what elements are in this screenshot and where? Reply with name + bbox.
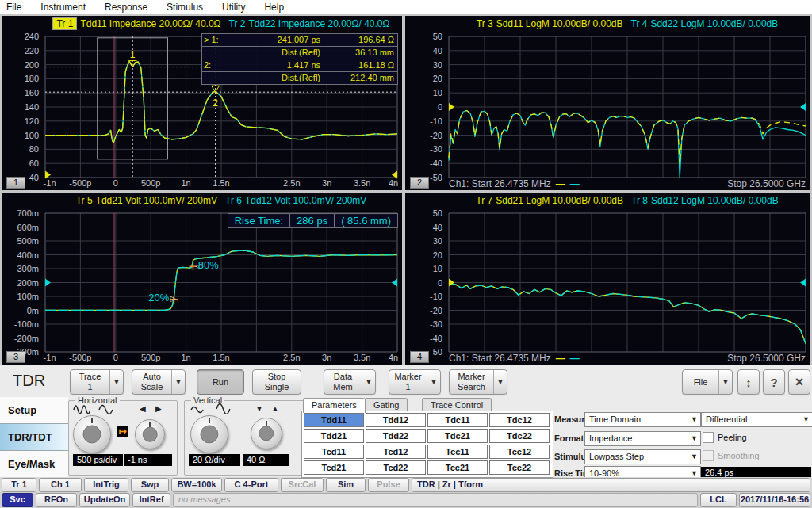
svg-text:80%: 80% <box>198 259 219 271</box>
return-loss-plot[interactable] <box>449 36 806 178</box>
position-left-icon[interactable]: ◀ <box>140 404 146 413</box>
tab-trace-control[interactable]: Trace Control <box>422 398 492 411</box>
status-bandwidth[interactable]: BW=100k <box>171 478 222 492</box>
smoothing-checkbox[interactable]: Smoothing <box>703 450 760 461</box>
matrix-cell[interactable]: Tdd12 <box>366 413 426 427</box>
trace6-badge[interactable]: Tr 6 <box>225 195 242 206</box>
matrix-cell[interactable]: Tdc22 <box>489 429 550 443</box>
chevron-down-icon[interactable]: ▼ <box>171 370 185 394</box>
tab-tdr-tdt[interactable]: TDR/TDT <box>0 424 68 451</box>
tdr-control-panel: Setup TDR/TDT Eye/Mask Horizontal ◀ ▶ ↦ … <box>0 397 812 477</box>
close-icon[interactable]: × <box>788 369 810 395</box>
menu-instrument[interactable]: Instrument <box>31 2 95 13</box>
matrix-cell[interactable]: Tdd22 <box>366 429 426 443</box>
tab-parameters[interactable]: Parameters <box>303 398 366 413</box>
horizontal-scale-knob[interactable] <box>73 415 111 453</box>
matrix-cell[interactable]: Tcc21 <box>427 460 488 475</box>
marker-button[interactable]: Marker 1▼ <box>389 369 441 395</box>
position-up-icon[interactable]: ▲ <box>271 404 279 413</box>
status-cal[interactable]: C 4-Port <box>224 478 278 492</box>
vertical-position-knob[interactable] <box>251 418 282 449</box>
tab-setup[interactable]: Setup <box>0 397 68 424</box>
matrix-cell[interactable]: Tcd12 <box>366 445 426 459</box>
trace-header-4[interactable]: Tr 7Sdd21 LogM 10.00dB/ 0.00dBTr 8Sdd12 … <box>449 195 806 207</box>
tab-gating[interactable]: Gating <box>365 398 408 411</box>
tab-eye-mask[interactable]: Eye/Mask <box>0 451 68 477</box>
trace-select-button[interactable]: Trace 1▼ <box>70 369 124 395</box>
status-int-ref[interactable]: IntRef <box>132 493 170 507</box>
menu-utility[interactable]: Utility <box>213 2 255 13</box>
tick-label: 0 <box>113 178 118 188</box>
tick-label: -30 <box>430 145 442 153</box>
run-button[interactable]: Run <box>197 369 244 395</box>
trace-header-1[interactable]: Tr 1Tdd11 Impedance 20.00Ω/ 40.0ΩTr 2Tdd… <box>45 18 397 30</box>
menu-file[interactable]: File <box>0 2 31 13</box>
sweep-range-label: Ch1: Start 26.4735 MHz — — Stop 26.5000 … <box>449 178 806 189</box>
help-button[interactable]: ? <box>763 369 785 395</box>
matrix-cell[interactable]: Tdc12 <box>489 413 550 427</box>
chevron-down-icon[interactable]: ▼ <box>427 370 440 394</box>
matrix-cell[interactable]: Tdc11 <box>427 413 488 427</box>
trace3-badge[interactable]: Tr 3 <box>477 18 493 29</box>
trace8-badge[interactable]: Tr 8 <box>631 195 648 206</box>
insertion-loss-plot[interactable] <box>449 213 806 352</box>
measure-dropdown[interactable]: Time Domain▼ <box>584 412 701 427</box>
vertical-scale-knob[interactable] <box>190 415 228 453</box>
stop-single-button[interactable]: Stop Single <box>252 369 301 395</box>
marker-search-button[interactable]: Marker Search▼ <box>449 369 508 395</box>
status-update-on[interactable]: UpdateOn <box>79 493 130 507</box>
status-trigger[interactable]: IntTrig <box>84 478 128 492</box>
tick-label: -10 <box>430 117 442 125</box>
matrix-cell[interactable]: Tdd11 <box>304 413 364 427</box>
rise-time-value: 286 ps <box>290 214 335 227</box>
matrix-cell[interactable]: Tdd21 <box>304 429 364 443</box>
stimulus-dropdown[interactable]: Lowpass Step▼ <box>584 449 701 464</box>
trace4-badge[interactable]: Tr 4 <box>631 18 648 29</box>
data-mem-button[interactable]: Data Mem▼ <box>324 369 376 395</box>
menu-help[interactable]: Help <box>255 2 293 13</box>
topology-dropdown[interactable]: Differential▼ <box>701 412 812 427</box>
position-right-icon[interactable]: ▶ <box>155 404 162 413</box>
matrix-cell[interactable]: Tcd21 <box>304 460 364 475</box>
trace2-badge[interactable]: Tr 2 <box>229 18 246 29</box>
active-trace-badge[interactable]: Tr 1 <box>52 17 77 30</box>
trace-canvas <box>449 213 806 352</box>
status-sim[interactable]: Sim <box>326 478 366 492</box>
tick-label: 50 <box>433 209 442 217</box>
trace7-badge[interactable]: Tr 7 <box>476 195 492 206</box>
matrix-cell[interactable]: Tdc21 <box>427 429 488 443</box>
horizontal-position-knob[interactable] <box>135 419 165 449</box>
trace-header-2[interactable]: Tr 3Sdd11 LogM 10.00dB/ 0.00dBTr 4Sdd22 … <box>449 18 806 30</box>
status-svc[interactable]: Svc <box>2 493 33 507</box>
step-response-plot[interactable]: 20%▷◁80% <box>45 213 397 352</box>
checkbox-icon[interactable] <box>703 432 714 443</box>
matrix-cell[interactable]: Tcd11 <box>304 445 364 459</box>
status-trace[interactable]: Tr 1 <box>2 478 36 492</box>
trace-header-3[interactable]: Tr 5Tdd21 Volt 100.0mV/ 200mVTr 6Tdd12 V… <box>45 195 397 207</box>
chevron-down-icon[interactable]: ▼ <box>718 370 732 394</box>
chevron-down-icon[interactable]: ▼ <box>109 370 123 394</box>
chevron-down-icon[interactable]: ▼ <box>362 370 375 394</box>
peeling-checkbox[interactable]: Peeling <box>703 432 747 443</box>
tick-label: 30 <box>433 237 442 245</box>
menu-stimulus[interactable]: Stimulus <box>157 2 213 13</box>
trace5-badge[interactable]: Tr 5 <box>76 195 93 206</box>
status-rf-on[interactable]: RFOn <box>36 493 77 507</box>
matrix-cell[interactable]: Tcd22 <box>366 460 426 475</box>
status-sweep[interactable]: Swp <box>131 478 169 492</box>
position-down-icon[interactable]: ▼ <box>255 404 263 413</box>
tick-label: -10 <box>430 292 442 300</box>
matrix-cell[interactable]: Tcc11 <box>427 445 488 459</box>
matrix-cell[interactable]: Tcc12 <box>489 445 550 459</box>
chevron-down-icon[interactable]: ▼ <box>493 370 507 394</box>
tick-label: 240 <box>25 32 39 40</box>
auto-scale-button[interactable]: Auto Scale▼ <box>132 369 186 395</box>
ref-position-icon[interactable]: ↦ <box>117 426 128 437</box>
svg-text:2: 2 <box>213 97 218 109</box>
menu-response[interactable]: Response <box>95 2 157 13</box>
format-dropdown[interactable]: Impedance▼ <box>584 431 701 446</box>
matrix-cell[interactable]: Tcc22 <box>489 460 550 475</box>
file-button[interactable]: File▼ <box>682 369 733 395</box>
status-channel[interactable]: Ch 1 <box>39 478 82 492</box>
arrange-updown-icon[interactable]: ↕ <box>737 369 760 395</box>
